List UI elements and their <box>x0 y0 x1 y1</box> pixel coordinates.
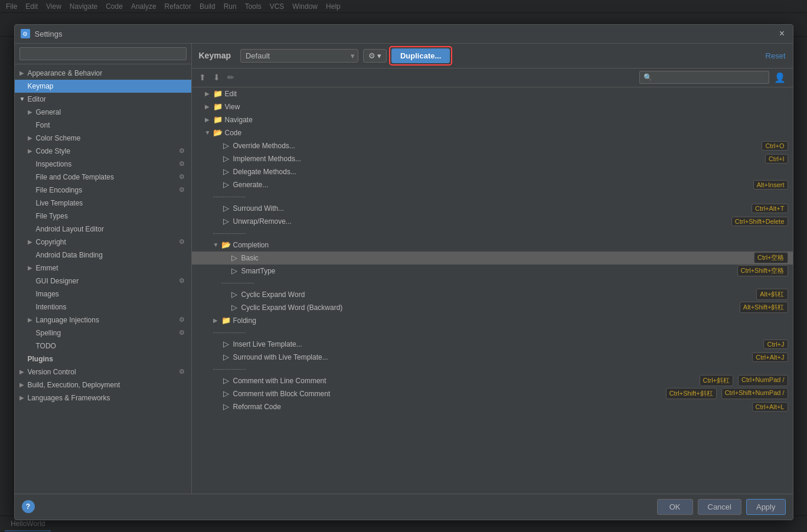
shortcut-group: Ctrl+空格 <box>752 252 788 263</box>
sidebar-item-file-encodings[interactable]: File Encodings ⚙ <box>15 184 191 197</box>
action-icon: ▷ <box>221 376 231 386</box>
sidebar-item-font[interactable]: Font <box>15 119 191 132</box>
table-row[interactable]: ▷ Delegate Methods... <box>192 165 793 178</box>
keymap-gear-button[interactable]: ⚙ ▾ <box>363 49 387 63</box>
table-row[interactable]: ▷ Override Methods... Ctrl+O <box>192 139 793 152</box>
shortcut-group: Alt+Insert <box>751 180 788 190</box>
sidebar-item-copyright[interactable]: ▶ Copyright ⚙ <box>15 236 191 249</box>
sidebar-item-spelling[interactable]: Spelling ⚙ <box>15 327 191 340</box>
gui-designer-config-icon: ⚙ <box>177 276 187 286</box>
folder-icon: 📁 <box>221 316 231 325</box>
sidebar-item-keymap[interactable]: Keymap <box>15 80 191 93</box>
apply-button[interactable]: Apply <box>746 499 786 515</box>
action-icon: ▷ <box>221 340 231 349</box>
right-panel: Keymap Default ⚙ ▾ Duplicate... <box>192 44 793 494</box>
cancel-button[interactable]: Cancel <box>698 499 741 515</box>
language-injections-config-icon: ⚙ <box>177 315 187 325</box>
dialog-close-button[interactable]: × <box>777 29 787 38</box>
sidebar-item-code-style[interactable]: ▶ Code Style ⚙ <box>15 145 191 158</box>
code-style-config-icon: ⚙ <box>177 146 187 156</box>
action-icon: ▷ <box>221 402 231 412</box>
spelling-config-icon: ⚙ <box>177 328 187 338</box>
keymap-dropdown-wrapper: Default <box>240 49 358 63</box>
reset-button[interactable]: Reset <box>766 51 786 60</box>
shortcut-group: Ctrl+Alt+T <box>749 204 788 213</box>
action-icon: ▷ <box>221 353 231 362</box>
table-row[interactable]: ▷ Unwrap/Remove... Ctrl+Shift+Delete <box>192 215 793 228</box>
action-icon: ▷ <box>221 204 231 213</box>
sidebar-item-live-templates[interactable]: Live Templates <box>15 197 191 210</box>
sidebar-item-android-layout-editor[interactable]: Android Layout Editor <box>15 223 191 236</box>
help-button[interactable]: ? <box>22 500 35 513</box>
separator: -------------- <box>192 228 793 239</box>
table-row[interactable]: ▷ Cyclic Expand Word Alt+斜杠 <box>192 288 793 301</box>
table-row[interactable]: ▷ SmartType Ctrl+Shift+空格 <box>192 265 793 278</box>
table-row[interactable]: ▷ Surround with Live Template... Ctrl+Al… <box>192 351 793 364</box>
sidebar-item-editor[interactable]: ▼ Editor <box>15 93 191 106</box>
action-icon: ▷ <box>221 389 231 399</box>
arrow-edit: ▶ <box>205 90 213 97</box>
version-control-config-icon: ⚙ <box>177 367 187 377</box>
sidebar-item-color-scheme[interactable]: ▶ Color Scheme <box>15 132 191 145</box>
table-row[interactable]: ▼ 📂 Code <box>192 126 793 139</box>
sidebar-item-gui-designer[interactable]: GUI Designer ⚙ <box>15 275 191 288</box>
action-icon: ▷ <box>230 266 239 276</box>
dialog-titlebar: ⚙ Settings × <box>15 25 793 44</box>
sidebar-item-language-injections[interactable]: ▶ Language Injections ⚙ <box>15 314 191 327</box>
folder-open-icon: 📂 <box>213 128 223 138</box>
table-row[interactable]: ▷ Basic Ctrl+空格 <box>192 252 793 265</box>
sidebar-item-android-data-binding[interactable]: Android Data Binding <box>15 249 191 262</box>
sidebar-item-emmet[interactable]: ▶ Emmet <box>15 262 191 275</box>
keymap-dropdown[interactable]: Default <box>240 49 358 63</box>
sidebar-item-file-types[interactable]: File Types <box>15 210 191 223</box>
edit-shortcut-button[interactable]: ✏ <box>225 71 237 83</box>
sidebar-item-todo[interactable]: TODO <box>15 340 191 353</box>
action-icon: ▷ <box>230 253 239 263</box>
table-row[interactable]: ▷ Surround With... Ctrl+Alt+T <box>192 202 793 215</box>
shortcut-group: Ctrl+Shift+斜杠 Ctrl+Shift+NumPad / <box>664 388 788 399</box>
sidebar-item-general[interactable]: ▶ General <box>15 106 191 119</box>
table-row[interactable]: ▷ Insert Live Template... Ctrl+J <box>192 338 793 351</box>
table-row[interactable]: ▼ 📂 Completion <box>192 239 793 252</box>
sidebar-item-build-execution[interactable]: ▶ Build, Execution, Deployment <box>15 378 191 391</box>
arrow-view: ▶ <box>205 103 213 110</box>
ok-button[interactable]: OK <box>657 499 693 515</box>
collapse-all-button[interactable]: ⬆ <box>197 71 208 83</box>
sidebar-item-intentions[interactable]: Intentions <box>15 301 191 314</box>
sidebar-item-appearance[interactable]: ▶ Appearance & Behavior <box>15 67 191 80</box>
search-box <box>15 44 191 64</box>
sidebar-item-file-code-templates[interactable]: File and Code Templates ⚙ <box>15 171 191 184</box>
shortcut-group: Ctrl+O <box>759 141 788 151</box>
sidebar-item-inspections[interactable]: Inspections ⚙ <box>15 158 191 171</box>
table-row[interactable]: ▶ 📁 View <box>192 100 793 113</box>
arrow-general: ▶ <box>28 109 36 115</box>
person-button[interactable]: 👤 <box>772 71 788 84</box>
table-row[interactable]: ▶ 📁 Navigate <box>192 113 793 126</box>
settings-search-input[interactable] <box>19 47 187 60</box>
expand-all-button[interactable]: ⬇ <box>211 71 223 83</box>
duplicate-button[interactable]: Duplicate... <box>391 48 450 63</box>
arrow-navigate: ▶ <box>205 116 213 123</box>
table-row[interactable]: ▷ Cyclic Expand Word (Backward) Alt+Shif… <box>192 301 793 314</box>
copyright-config-icon: ⚙ <box>177 237 187 247</box>
table-row[interactable]: ▶ 📁 Edit <box>192 87 793 100</box>
table-row[interactable]: ▷ Reformat Code Ctrl+Alt+L <box>192 400 793 413</box>
sidebar-item-plugins[interactable]: Plugins <box>15 353 191 365</box>
keymap-search-input[interactable] <box>639 71 769 84</box>
arrow-editor: ▼ <box>19 96 28 102</box>
sidebar-item-version-control[interactable]: ▶ Version Control ⚙ <box>15 365 191 378</box>
table-row[interactable]: ▷ Comment with Block Comment Ctrl+Shift+… <box>192 387 793 400</box>
table-row[interactable]: ▷ Generate... Alt+Insert <box>192 178 793 191</box>
keymap-header: Keymap Default ⚙ ▾ Duplicate... <box>192 44 793 68</box>
table-row[interactable]: ▷ Implement Methods... Ctrl+I <box>192 152 793 165</box>
sidebar-item-images[interactable]: Images <box>15 288 191 301</box>
table-row[interactable]: ▶ 📁 Folding <box>192 314 793 327</box>
action-icon: ▷ <box>221 141 231 151</box>
shortcut-group: Ctrl+J <box>761 340 788 349</box>
separator: -------------- <box>192 364 793 374</box>
shortcut-group: Ctrl+I <box>763 154 788 164</box>
separator: -------------- <box>192 278 793 288</box>
sidebar-item-languages-frameworks[interactable]: ▶ Languages & Frameworks <box>15 391 191 404</box>
table-row[interactable]: ▷ Comment with Line Comment Ctrl+斜杠 Ctrl… <box>192 374 793 387</box>
expand-all-icon: ⬇ <box>213 73 220 82</box>
